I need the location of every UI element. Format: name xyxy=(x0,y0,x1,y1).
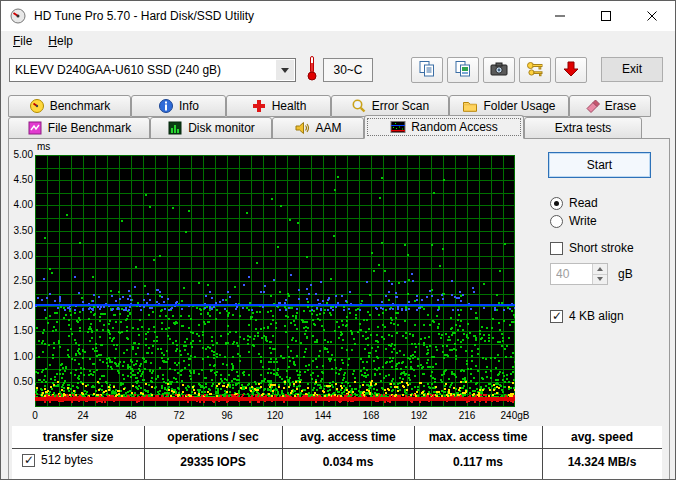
tab-info[interactable]: Info xyxy=(131,95,226,117)
screenshot-button[interactable] xyxy=(483,57,515,83)
health-cross-icon xyxy=(251,98,267,114)
tab-extra-tests[interactable]: Extra tests xyxy=(524,117,642,139)
titlebar: HD Tune Pro 5.70 - Hard Disk/SSD Utility xyxy=(1,1,675,31)
x-tick-label: 192 xyxy=(411,410,428,421)
menu-help[interactable]: Help xyxy=(40,32,81,50)
header-divider xyxy=(12,448,662,449)
y-tick-label: 5.00 xyxy=(9,149,33,160)
disk-monitor-icon xyxy=(167,120,183,136)
y-tick-label: 3.50 xyxy=(9,225,33,236)
copy-text-button[interactable] xyxy=(411,57,443,83)
max-access-value: 0.117 ms xyxy=(414,455,542,469)
tab-label: Benchmark xyxy=(50,99,111,113)
red-arrow-down-icon xyxy=(563,60,579,81)
random-access-page: ms 5.004.504.003.503.002.502.001.501.000… xyxy=(8,138,670,480)
tab-erase[interactable]: Erase xyxy=(569,95,651,117)
tab-benchmark[interactable]: Benchmark xyxy=(8,95,131,117)
x-tick-label: 96 xyxy=(221,410,232,421)
transfer-size-value: 512 bytes xyxy=(41,453,93,467)
y-tick-label: 1.00 xyxy=(9,351,33,362)
y-axis-unit: ms xyxy=(37,141,50,152)
spin-up-button[interactable] xyxy=(592,264,607,275)
thermometer-icon xyxy=(306,55,318,81)
header-max-access: max. access time xyxy=(414,430,542,444)
magnifier-icon xyxy=(351,98,367,114)
results-table: transfer size operations / sec avg. acce… xyxy=(12,426,662,480)
transfer-size-cell: 512 bytes xyxy=(22,453,93,467)
align-option[interactable]: 4 KB align xyxy=(550,309,624,323)
menubar: File Help xyxy=(1,31,675,51)
header-avg-access: avg. access time xyxy=(282,430,414,444)
benchmark-icon xyxy=(29,98,45,114)
random-access-icon xyxy=(390,119,406,135)
tab-folder-usage[interactable]: Folder Usage xyxy=(449,95,569,117)
x-tick-label: 240gB xyxy=(501,410,530,421)
transfer-size-checkbox[interactable] xyxy=(22,454,35,467)
align-checkbox[interactable] xyxy=(550,310,563,323)
tab-label: Folder Usage xyxy=(483,99,555,113)
spin-down-button[interactable] xyxy=(592,275,607,285)
menu-file[interactable]: File xyxy=(5,32,40,50)
write-radio[interactable] xyxy=(550,215,563,228)
avg-access-value: 0.034 ms xyxy=(282,455,414,469)
window-title: HD Tune Pro 5.70 - Hard Disk/SSD Utility xyxy=(34,1,254,31)
y-tick-label: 2.50 xyxy=(9,275,33,286)
header-transfer-size: transfer size xyxy=(12,430,144,444)
tab-aam[interactable]: AAM xyxy=(272,117,364,139)
tab-file-benchmark[interactable]: File Benchmark xyxy=(8,117,150,139)
keys-icon xyxy=(526,61,544,80)
minimize-button[interactable] xyxy=(537,1,583,31)
tab-label: Extra tests xyxy=(555,121,612,135)
tab-disk-monitor[interactable]: Disk monitor xyxy=(150,117,272,139)
copy-text-icon xyxy=(418,60,436,81)
chevron-down-icon xyxy=(276,60,294,80)
info-icon xyxy=(158,98,174,114)
x-tick-label: 168 xyxy=(363,410,380,421)
tab-error-scan[interactable]: Error Scan xyxy=(331,95,449,117)
stroke-size-input[interactable] xyxy=(551,264,591,284)
read-radio[interactable] xyxy=(550,197,563,210)
write-option[interactable]: Write xyxy=(550,214,597,228)
start-button[interactable]: Start xyxy=(548,152,651,178)
x-tick-label: 48 xyxy=(125,410,136,421)
exit-button[interactable]: Exit xyxy=(601,57,663,82)
read-option[interactable]: Read xyxy=(550,196,598,210)
stroke-size-spinner[interactable] xyxy=(550,263,608,285)
y-tick-label: 3.00 xyxy=(9,250,33,261)
short-stroke-checkbox[interactable] xyxy=(550,242,563,255)
maximize-button[interactable] xyxy=(583,1,629,31)
x-tick-label: 24 xyxy=(77,410,88,421)
read-radio-label: Read xyxy=(569,196,598,210)
triangle-up-icon xyxy=(597,267,603,271)
copy-image-button[interactable] xyxy=(447,57,479,83)
x-tick-label: 72 xyxy=(173,410,184,421)
tab-label: Health xyxy=(272,99,307,113)
x-tick-label: 216 xyxy=(459,410,476,421)
tab-label: AAM xyxy=(315,121,341,135)
speaker-icon xyxy=(294,120,310,136)
align-label: 4 KB align xyxy=(569,309,624,323)
header-operations: operations / sec xyxy=(144,430,282,444)
stroke-size-unit: gB xyxy=(618,267,633,281)
y-tick-label: 4.50 xyxy=(9,174,33,185)
avg-speed-value: 14.324 MB/s xyxy=(542,455,662,469)
keys-button[interactable] xyxy=(519,57,551,83)
triangle-down-icon xyxy=(597,277,603,281)
tab-health[interactable]: Health xyxy=(226,95,331,117)
file-benchmark-icon xyxy=(27,120,43,136)
drive-selector[interactable]: KLEVV D240GAA-U610 SSD (240 gB) xyxy=(9,58,296,82)
save-button[interactable] xyxy=(555,57,587,83)
close-button[interactable] xyxy=(629,1,675,31)
short-stroke-option[interactable]: Short stroke xyxy=(550,241,634,255)
tab-label: Erase xyxy=(605,99,636,113)
camera-icon xyxy=(490,61,508,80)
tab-label: File Benchmark xyxy=(48,121,131,135)
tab-row-1: Benchmark Info Health Error Scan Folder … xyxy=(8,95,651,117)
operations-value: 29335 IOPS xyxy=(144,455,282,469)
write-radio-label: Write xyxy=(569,214,597,228)
tab-random-access[interactable]: Random Access xyxy=(364,115,524,139)
tab-label: Disk monitor xyxy=(188,121,255,135)
copy-image-icon xyxy=(454,60,472,81)
app-icon xyxy=(10,8,26,24)
y-tick-label: 2.00 xyxy=(9,300,33,311)
